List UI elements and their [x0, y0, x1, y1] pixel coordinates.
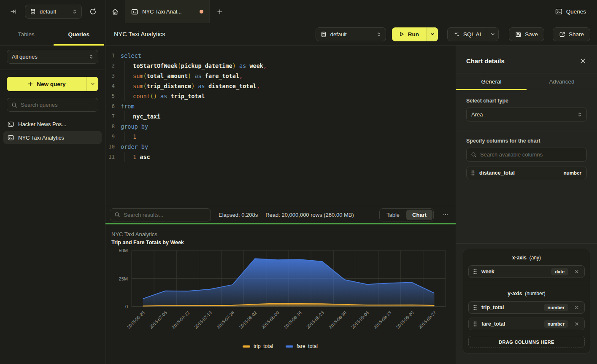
collapse-sidebar-icon [10, 8, 17, 15]
home-tab-button[interactable] [105, 0, 125, 23]
legend-label: trip_total [254, 343, 273, 349]
play-icon [399, 31, 405, 37]
code-line[interactable]: 3sum(total_amount) as fare_total, [105, 71, 456, 81]
query-filter-select[interactable]: All queries [7, 50, 98, 64]
more-options-button[interactable] [441, 210, 450, 219]
query-list-item-hacker-news[interactable]: Hacker News Pos... [3, 118, 102, 130]
column-type-badge: number [544, 304, 568, 311]
save-button-label: Save [525, 31, 538, 38]
chart-details-header: Chart details [456, 46, 597, 73]
close-icon [574, 305, 579, 310]
run-options-button[interactable] [427, 27, 438, 41]
tab-advanced[interactable]: Advanced [527, 73, 597, 90]
code-line[interactable]: 2toStartOfWeek(pickup_datetime) as week, [105, 61, 456, 71]
columns-search-input[interactable] [480, 151, 582, 158]
search-icon [471, 152, 477, 158]
column-name: fare_total [481, 321, 540, 327]
close-icon [574, 321, 579, 326]
code-line[interactable]: 8group by [105, 121, 456, 132]
new-query-button-group: New query [7, 77, 98, 91]
column-type-badge: date [551, 268, 568, 275]
main-header: NYC Taxi Analytics default Run SQL AI [105, 23, 597, 45]
app-body: All queries New query [0, 46, 597, 364]
chart-details-title: Chart details [466, 57, 579, 65]
queries-link-label: Queries [566, 8, 586, 15]
sql-editor[interactable]: 1select2toStartOfWeek(pickup_datetime) a… [105, 46, 456, 206]
remove-column-button[interactable] [573, 304, 581, 311]
code-line[interactable]: 1select [105, 51, 456, 61]
legend-item-trip_total[interactable]: trip_total [243, 343, 273, 349]
search-icon [11, 102, 17, 108]
y-axis-column-fare-total[interactable]: fare_total number [468, 318, 585, 330]
sql-console-app: default NYC Taxi Anal... Querie [0, 0, 597, 364]
drag-columns-dropzone[interactable]: DRAG COLUMNS HERE [468, 336, 585, 348]
code-line[interactable]: 6from [105, 101, 456, 111]
available-column-distance-total[interactable]: distance_total number [466, 167, 587, 179]
drag-handle-icon[interactable] [473, 269, 477, 275]
chart-legend: trip_totalfare_total [111, 343, 449, 349]
query-search-input[interactable] [21, 102, 94, 108]
code-line[interactable]: 4sum(trip_distance) as distance_total, [105, 81, 456, 91]
sql-ai-options-button[interactable] [487, 27, 498, 41]
column-name: trip_total [481, 305, 540, 310]
y-axis-column-trip-total[interactable]: trip_total number [468, 301, 585, 314]
results-search-input[interactable] [124, 212, 206, 218]
run-database-selector[interactable]: default [316, 27, 386, 41]
share-button[interactable]: Share [553, 27, 590, 41]
code-line[interactable]: 10order by [105, 142, 456, 152]
remove-column-button[interactable] [573, 321, 581, 327]
drag-handle-icon[interactable] [473, 305, 477, 310]
view-chart-button[interactable]: Chart [406, 210, 432, 220]
view-table-button[interactable]: Table [381, 210, 405, 220]
refresh-button[interactable] [88, 6, 98, 17]
code-line[interactable]: 91 [105, 132, 456, 142]
new-tab-button[interactable] [210, 0, 230, 23]
run-button[interactable]: Run [392, 27, 427, 41]
chevron-down-icon [430, 32, 435, 37]
plus-icon [27, 81, 33, 87]
refresh-icon [89, 8, 97, 15]
sparkles-icon [454, 31, 460, 38]
query-item-label: Hacker News Pos... [18, 121, 66, 127]
svg-text:2015-09-20: 2015-09-20 [395, 310, 415, 330]
drag-handle-icon[interactable] [471, 170, 475, 176]
query-list-item-nyc-taxi[interactable]: NYC Taxi Analytics [3, 131, 102, 144]
column-type-badge: number [544, 320, 568, 328]
code-line[interactable]: 7nyc_taxi [105, 111, 456, 121]
sql-ai-button[interactable]: SQL AI [447, 27, 499, 41]
line-number: 6 [105, 101, 121, 111]
tab-label: NYC Taxi Anal... [142, 8, 195, 15]
drag-handle-icon[interactable] [473, 321, 477, 327]
query-terminal-icon [8, 121, 14, 127]
close-panel-button[interactable] [579, 57, 587, 65]
new-query-button[interactable]: New query [7, 77, 86, 91]
results-search-box [110, 208, 211, 221]
remove-column-button[interactable] [573, 268, 581, 275]
query-item-label: NYC Taxi Analytics [18, 135, 64, 141]
columns-search-box [466, 148, 587, 162]
chart-plot-area[interactable]: 025M50M2015-06-282015-07-052015-07-12201… [111, 248, 456, 342]
svg-text:25M: 25M [119, 276, 128, 281]
query-list: Hacker News Pos... NYC Taxi Analytics [3, 118, 102, 144]
new-query-options-button[interactable] [86, 77, 98, 91]
save-button[interactable]: Save [509, 27, 544, 41]
chart-type-select[interactable]: Area [466, 108, 587, 121]
legend-item-fare_total[interactable]: fare_total [286, 343, 318, 349]
code-line[interactable]: 5count() as trip_total [105, 91, 456, 101]
database-selector[interactable]: default [25, 5, 82, 19]
code-line[interactable]: 111 asc [105, 152, 456, 162]
tab-tables[interactable]: Tables [0, 23, 53, 45]
x-axis-column-week[interactable]: week date [468, 265, 585, 278]
updown-chevron-icon [376, 32, 381, 37]
tab-general[interactable]: General [456, 73, 527, 90]
svg-text:2015-08-30: 2015-08-30 [328, 310, 348, 330]
tab-nyc-taxi-analytics[interactable]: NYC Taxi Anal... [125, 0, 210, 23]
queries-link-button[interactable]: Queries [555, 8, 586, 15]
x-axis-label: x-axis [512, 255, 527, 261]
tab-queries[interactable]: Queries [53, 23, 105, 45]
svg-text:2015-09-13: 2015-09-13 [373, 310, 392, 330]
top-bar-left: default [0, 0, 105, 23]
search-icon [114, 212, 120, 218]
collapse-sidebar-button[interactable] [8, 6, 19, 17]
updown-chevron-icon [89, 54, 94, 59]
